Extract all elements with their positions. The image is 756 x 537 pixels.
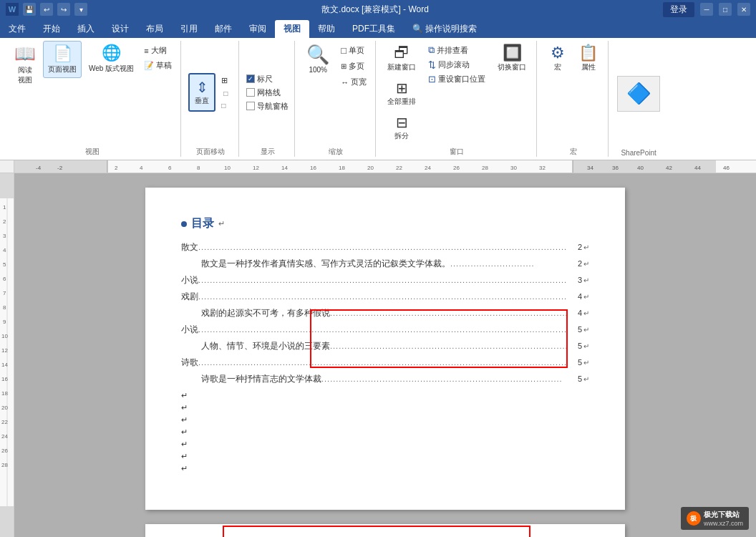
side-by-side-label: 并排查看 — [437, 45, 468, 56]
new-window-button[interactable]: 🗗 新建窗口 — [383, 41, 420, 75]
ribbon: 文件 开始 插入 设计 布局 引用 邮件 审阅 视图 帮助 PDF工具集 🔍 操… — [0, 19, 756, 160]
title-bar: W 💾 ↩ ↪ ▾ 散文.docx [兼容模式] - Word 登录 ─ □ ✕ — [0, 0, 756, 19]
customize-button[interactable]: ▾ — [74, 3, 87, 16]
side-by-side-button[interactable]: ⧉ 并排查看 — [426, 44, 488, 57]
svg-text:30: 30 — [510, 165, 517, 171]
web-view-icon: 🌐 — [102, 44, 121, 62]
navpane-checkbox[interactable]: 导航窗格 — [246, 101, 289, 112]
tab-references[interactable]: 引用 — [172, 20, 206, 38]
switch-window-button[interactable]: 🔲 切换窗口 — [493, 41, 530, 75]
vertical-ruler: 1 2 3 4 5 6 7 8 9 10 12 14 16 18 20 22 2… — [0, 173, 14, 537]
tab-mailings[interactable]: 邮件 — [206, 20, 241, 38]
svg-text:32: 32 — [539, 165, 546, 171]
content-area[interactable]: 目录 ↵ 散文 ................................… — [14, 173, 756, 537]
para-mark-empty-3: ↵ — [181, 415, 589, 425]
web-view-button[interactable]: 🌐 Web 版式视图 — [84, 41, 138, 77]
tab-help[interactable]: 帮助 — [309, 20, 344, 38]
page-view-button[interactable]: 📄 页面视图 — [43, 41, 82, 78]
sharepoint-items: 🔷 — [616, 41, 662, 146]
page-width-button[interactable]: ↔ 页宽 — [338, 75, 369, 89]
para-mark-empty-6: ↵ — [181, 452, 589, 461]
tab-insert[interactable]: 插入 — [69, 20, 103, 38]
maximize-button[interactable]: □ — [719, 3, 732, 16]
single-page-icon: □ — [341, 45, 346, 56]
toc-line-7: 人物、情节、环境是小说的三要素 ........................… — [181, 340, 589, 352]
svg-text:24: 24 — [425, 165, 431, 171]
save-button[interactable]: 💾 — [23, 3, 36, 16]
toc-num-1: 2 — [568, 243, 582, 251]
svg-text:20: 20 — [367, 165, 374, 171]
toc-dots-5: ........................................… — [330, 309, 568, 317]
zoom-group-label: 缩放 — [329, 144, 343, 157]
ruler-checkbox[interactable]: ✓ 标尺 — [246, 74, 273, 84]
svg-text:4: 4 — [3, 247, 6, 253]
macro-button[interactable]: ⚙ 宏 — [544, 41, 571, 75]
ribbon-group-macro: ⚙ 宏 📋 属性 宏 — [538, 41, 609, 157]
draft-button[interactable]: 📝 草稿 — [141, 59, 175, 72]
svg-text:14: 14 — [1, 362, 8, 368]
page-scroll-button[interactable]: ⊞ — [218, 74, 233, 87]
draft-icon: 📝 — [144, 61, 154, 70]
minimize-button[interactable]: ─ — [700, 3, 713, 16]
window-title: 散文.docx [兼容模式] - Word — [321, 4, 429, 16]
svg-text:2: 2 — [3, 218, 6, 225]
redo-button[interactable]: ↪ — [57, 3, 70, 16]
title-bullet — [181, 221, 187, 227]
reset-window-icon: ⊡ — [428, 74, 436, 84]
vertical-ruler-svg: 1 2 3 4 5 6 7 8 9 10 12 14 16 18 20 22 2… — [0, 173, 14, 537]
gridlines-checkbox[interactable]: 网格线 — [246, 87, 281, 98]
view-group-label: 视图 — [85, 144, 100, 157]
reset-window-button[interactable]: ⊡ 重设窗口位置 — [426, 73, 488, 85]
outline-icon: ≡ — [144, 47, 148, 55]
svg-text:10: 10 — [1, 333, 8, 339]
toc-num-3: 3 — [568, 276, 582, 284]
pagemove-group-label: 页面移动 — [196, 144, 225, 157]
svg-rect-30 — [0, 173, 14, 198]
tab-review[interactable]: 审阅 — [241, 20, 275, 38]
tab-home[interactable]: 开始 — [34, 20, 69, 38]
toc-text-8: 诗歌 — [181, 357, 198, 369]
single-page-button[interactable]: □ 单页 — [338, 44, 369, 57]
watermark-logo: 极 — [687, 511, 701, 526]
scroll-vertical-button[interactable]: ⇕ 垂直 — [188, 73, 215, 112]
ruler-checkbox-label: 标尺 — [257, 74, 273, 84]
para-mark-empty-7: ↵ — [181, 464, 589, 473]
tab-design[interactable]: 设计 — [103, 20, 137, 38]
toc-dots-2: ............................. — [450, 259, 568, 268]
ribbon-group-pagemove: ⇕ 垂直 ⊞ □ □ — [183, 41, 239, 157]
tab-file[interactable]: 文件 — [0, 20, 34, 38]
tab-search[interactable]: 🔍 操作说明搜索 — [404, 20, 485, 38]
toc-text-3: 小说 — [181, 274, 198, 286]
login-button[interactable]: 登录 — [663, 2, 694, 17]
svg-text:34: 34 — [587, 165, 593, 171]
close-button[interactable]: ✕ — [737, 3, 750, 16]
tab-layout[interactable]: 布局 — [137, 20, 172, 38]
para-mark-7: ↵ — [583, 342, 589, 350]
undo-button[interactable]: ↩ — [40, 3, 53, 16]
page-nav-button[interactable]: □ — [218, 100, 233, 111]
toc-title-text: 目录 — [191, 216, 214, 231]
watermark-text: 极光下载站 www.xz7.com — [704, 510, 743, 527]
zoom-level-label: 100% — [309, 66, 327, 74]
zoom-button[interactable]: 🔍 100% — [302, 41, 334, 77]
window-group-label: 窗口 — [450, 144, 464, 157]
outline-button[interactable]: ≡ 大纲 — [141, 44, 175, 57]
para-mark-3: ↵ — [583, 276, 589, 284]
toc-text-6: 小说 — [181, 324, 198, 336]
split-button[interactable]: ⊟ 拆分 — [383, 111, 420, 144]
ruler-area: 2 4 6 8 10 12 14 16 18 20 22 24 26 28 30… — [0, 160, 756, 173]
arrange-all-button[interactable]: ⊞ 全部重排 — [383, 77, 420, 110]
properties-button[interactable]: 📋 属性 — [574, 41, 602, 75]
toc-dots-4: ........................................… — [198, 292, 568, 301]
watermark: 极 极光下载站 www.xz7.com — [681, 507, 749, 530]
page-width-icon: ↔ — [341, 78, 349, 87]
svg-text:12: 12 — [1, 347, 8, 354]
tab-view[interactable]: 视图 — [275, 20, 309, 38]
sync-scroll-button[interactable]: ⇅ 同步滚动 — [426, 59, 488, 71]
multi-page-button[interactable]: ⊞ 多页 — [338, 59, 369, 73]
ruler-checkbox-box: ✓ — [246, 74, 255, 83]
properties-icon: 📋 — [578, 44, 598, 62]
tab-pdf[interactable]: PDF工具集 — [344, 20, 404, 38]
gridlines-checkbox-box — [246, 88, 255, 97]
read-view-button[interactable]: 📖 阅读视图 — [10, 41, 40, 88]
